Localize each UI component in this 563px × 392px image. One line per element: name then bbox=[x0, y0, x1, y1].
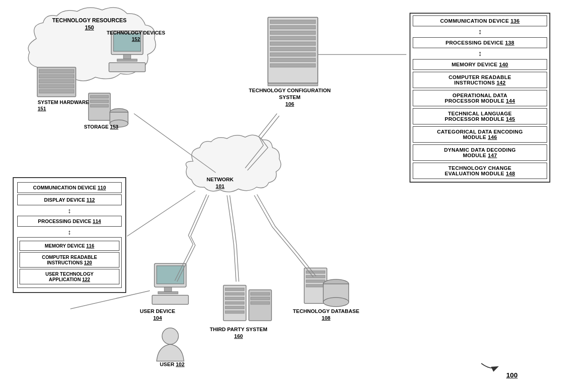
user-device-label: USER DEVICE104 bbox=[140, 308, 175, 322]
svg-rect-45 bbox=[251, 302, 270, 304]
svg-rect-37 bbox=[225, 293, 244, 295]
svg-rect-15 bbox=[39, 84, 74, 88]
svg-rect-25 bbox=[90, 104, 109, 107]
user-tech-app-122-num: 122 bbox=[82, 277, 90, 282]
display-device-112-label: DISPLAY DEVICE bbox=[44, 197, 85, 203]
op-data-144-num: 144 bbox=[506, 98, 515, 104]
op-data-144-label: OPERATIONAL DATAPROCESSOR MODULE bbox=[445, 93, 508, 104]
svg-rect-47 bbox=[306, 271, 325, 273]
svg-point-53 bbox=[323, 298, 349, 307]
svg-point-26 bbox=[110, 109, 128, 116]
svg-rect-16 bbox=[39, 89, 74, 93]
tech-lang-145-row: TECHNICAL LANGUAGEPROCESSOR MODULE 145 bbox=[413, 108, 547, 124]
svg-rect-52 bbox=[323, 284, 349, 302]
comp-readable-120-row: COMPUTER READABLEINSTRUCTIONS 120 bbox=[20, 252, 119, 268]
diagram-container: COMMUNICATION DEVICE 136 ↕ PROCESSING DE… bbox=[0, 0, 563, 392]
svg-rect-44 bbox=[251, 297, 270, 300]
storage-label: STORAGE 153 bbox=[84, 124, 119, 130]
svg-rect-22 bbox=[89, 93, 110, 120]
svg-rect-6 bbox=[270, 47, 316, 51]
svg-point-51 bbox=[323, 279, 349, 288]
svg-rect-24 bbox=[90, 100, 109, 103]
user-label: USER 102 bbox=[160, 361, 184, 368]
svg-rect-0 bbox=[268, 17, 318, 83]
cat-data-146-label: CATEGORICAL DATA ENCODINGMODULE bbox=[437, 129, 523, 140]
svg-rect-11 bbox=[37, 67, 76, 97]
arrow-down-2: ↕ bbox=[410, 50, 549, 57]
tech-change-148-row: TECHNOLOGY CHANGEEVALUATION MODULE 148 bbox=[413, 163, 547, 179]
svg-rect-3 bbox=[270, 31, 316, 35]
dyn-data-147-label: DYNAMIC DATA DECODINGMODULE bbox=[444, 147, 516, 158]
tech-change-148-num: 148 bbox=[506, 171, 515, 176]
svg-rect-5 bbox=[270, 42, 316, 45]
svg-rect-9 bbox=[270, 64, 316, 67]
svg-rect-50 bbox=[306, 284, 325, 287]
mem-device-140-num: 140 bbox=[499, 62, 508, 67]
tech-change-148-label: TECHNOLOGY CHANGEEVALUATION MODULE bbox=[445, 165, 512, 176]
tech-config-label: TECHNOLOGY CONFIGURATIONSYSTEM106 bbox=[249, 87, 331, 108]
svg-rect-12 bbox=[39, 69, 74, 73]
cat-data-146-row: CATEGORICAL DATA ENCODINGMODULE 146 bbox=[413, 126, 547, 143]
tech-lang-145-label: TECHNICAL LANGUAGEPROCESSOR MODULE bbox=[445, 111, 512, 122]
mem-device-140-row: MEMORY DEVICE 140 bbox=[413, 59, 547, 70]
svg-rect-35 bbox=[223, 285, 246, 321]
svg-rect-21 bbox=[109, 63, 145, 72]
svg-rect-4 bbox=[270, 36, 316, 40]
svg-rect-23 bbox=[90, 95, 109, 98]
svg-rect-13 bbox=[39, 74, 74, 78]
svg-line-54 bbox=[134, 114, 216, 173]
svg-rect-2 bbox=[270, 25, 316, 29]
svg-rect-30 bbox=[157, 266, 184, 284]
right-panel: COMMUNICATION DEVICE 136 ↕ PROCESSING DE… bbox=[410, 13, 550, 183]
proc-device-138-label: PROCESSING DEVICE bbox=[445, 40, 504, 45]
comm-device-110-num: 110 bbox=[98, 185, 106, 190]
diagram-num: 100 bbox=[506, 371, 518, 380]
svg-rect-31 bbox=[164, 287, 172, 292]
svg-rect-33 bbox=[152, 295, 188, 304]
comm-device-110-label: COMMUNICATION DEVICE bbox=[33, 185, 96, 190]
arrow-down-1: ↕ bbox=[410, 28, 549, 35]
third-party-label: THIRD PARTY SYSTEM160 bbox=[210, 326, 267, 340]
left-panel: COMMUNICATION DEVICE 110 DISPLAY DEVICE … bbox=[13, 177, 126, 293]
display-device-112-num: 112 bbox=[87, 197, 95, 203]
svg-rect-10 bbox=[268, 83, 318, 86]
lp-arrow-1: ↕ bbox=[17, 207, 122, 214]
tech-devices-label: TECHNOLOGY DEVICES152 bbox=[107, 30, 165, 43]
svg-rect-42 bbox=[249, 290, 272, 321]
proc-device-138-num: 138 bbox=[505, 40, 514, 45]
svg-point-34 bbox=[162, 328, 178, 344]
op-data-144-row: OPERATIONAL DATAPROCESSOR MODULE 144 bbox=[413, 90, 547, 106]
svg-rect-46 bbox=[304, 268, 327, 303]
mem-device-116-row: MEMORY DEVICE 116 bbox=[20, 241, 119, 251]
lp-arrow-2: ↕ bbox=[17, 228, 122, 236]
comm-device-136-label: COMMUNICATION DEVICE bbox=[440, 18, 509, 24]
svg-line-56 bbox=[70, 291, 150, 309]
svg-rect-48 bbox=[306, 275, 325, 278]
dyn-data-147-row: DYNAMIC DATA DECODINGMODULE 147 bbox=[413, 144, 547, 161]
svg-rect-39 bbox=[225, 302, 244, 304]
memory-group: MEMORY DEVICE 116 COMPUTER READABLEINSTR… bbox=[17, 237, 122, 288]
svg-rect-43 bbox=[251, 293, 270, 295]
svg-rect-41 bbox=[225, 311, 244, 313]
svg-rect-27 bbox=[110, 112, 128, 124]
proc-device-114-row: PROCESSING DEVICE 114 bbox=[17, 216, 122, 227]
dyn-data-147-num: 147 bbox=[488, 153, 497, 158]
proc-device-114-num: 114 bbox=[93, 218, 101, 224]
comp-readable-142-row: COMPUTER READABLEINSTRUCTIONS 142 bbox=[413, 72, 547, 88]
svg-rect-49 bbox=[306, 280, 325, 283]
comp-readable-142-num: 142 bbox=[497, 80, 506, 85]
system-hardware-label: SYSTEM HARDWARE151 bbox=[38, 99, 89, 112]
tech-lang-145-num: 145 bbox=[506, 116, 515, 122]
svg-rect-14 bbox=[39, 79, 74, 83]
network-label: NETWORK101 bbox=[207, 176, 233, 190]
comp-readable-120-num: 120 bbox=[84, 260, 92, 265]
svg-rect-19 bbox=[123, 55, 131, 59]
proc-device-138-row: PROCESSING DEVICE 138 bbox=[413, 37, 547, 48]
proc-device-114-label: PROCESSING DEVICE bbox=[38, 218, 91, 224]
cat-data-146-num: 146 bbox=[488, 134, 497, 140]
comm-device-136-row: COMMUNICATION DEVICE 136 bbox=[413, 15, 547, 26]
mem-device-116-label: MEMORY DEVICE bbox=[44, 243, 85, 248]
comm-device-136-num: 136 bbox=[510, 18, 519, 24]
svg-rect-38 bbox=[225, 297, 244, 300]
mem-device-116-num: 116 bbox=[86, 243, 94, 248]
